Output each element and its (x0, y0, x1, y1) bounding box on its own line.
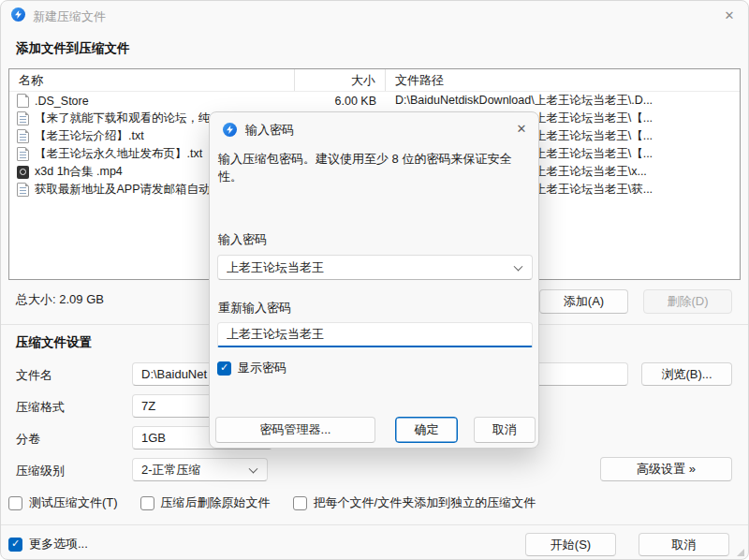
column-header-name[interactable]: 名称 (9, 69, 295, 91)
browse-button[interactable]: 浏览(B)... (641, 362, 732, 386)
enter-password-combo[interactable] (217, 255, 533, 280)
reenter-password-input[interactable] (217, 322, 533, 347)
app-logo-icon (11, 7, 25, 22)
cancel-button[interactable]: 取消 (639, 533, 729, 556)
text-file-icon (17, 129, 29, 143)
dialog-description: 输入压缩包密码。建议使用至少 8 位的密码来保证安全性。 (218, 151, 533, 186)
new-archive-window: 新建压缩文件 添加文件到压缩文件 名称 大小 文件路径 .DS_Store 6.… (0, 0, 749, 560)
close-icon[interactable] (511, 118, 532, 139)
file-name: .DS_Store (35, 95, 89, 108)
file-path: D:\BaiduNetdiskDownload\上老王论坛当老王\.D... (386, 93, 740, 109)
more-options-checkbox[interactable] (8, 538, 22, 552)
bottom-divider (1, 524, 748, 525)
enter-password-label: 输入密码 (218, 231, 267, 248)
advanced-settings-button[interactable]: 高级设置 » (600, 457, 732, 481)
text-file-icon (17, 183, 29, 197)
title-bar: 新建压缩文件 (1, 1, 748, 29)
separate-archives-checkbox[interactable] (293, 496, 307, 510)
level-select[interactable]: 2-正常压缩 (132, 458, 268, 481)
close-icon[interactable] (719, 5, 740, 25)
dialog-title: 输入密码 (245, 122, 294, 139)
add-button[interactable]: 添加(A) (539, 289, 628, 314)
text-file-icon (17, 147, 29, 161)
ok-button[interactable]: 确定 (395, 417, 458, 443)
separate-archives-label: 把每个文件/文件夹添加到独立的压缩文件 (314, 494, 536, 511)
resize-grip-icon[interactable] (737, 549, 744, 556)
options-checkbox-row: 测试压缩文件(T) 压缩后删除原始文件 把每个文件/文件夹添加到独立的压缩文件 (8, 494, 536, 511)
volume-label: 分卷 (16, 431, 40, 448)
text-file-icon (17, 111, 29, 125)
chevron-down-icon (249, 464, 258, 473)
password-dialog: 输入密码 输入压缩包密码。建议使用至少 8 位的密码来保证安全性。 输入密码 重… (209, 111, 539, 449)
show-password-checkbox[interactable] (217, 361, 231, 376)
window-title: 新建压缩文件 (33, 8, 106, 25)
archive-settings-heading: 压缩文件设置 (16, 334, 92, 351)
file-name: 【老王论坛永久地址发布页】.txt (35, 146, 202, 162)
show-password-row: 显示密码 (217, 360, 286, 376)
filename-label: 文件名 (16, 367, 52, 384)
more-options-row: 更多选项... (8, 536, 88, 553)
dialog-cancel-button[interactable]: 取消 (474, 417, 536, 443)
show-password-label: 显示密码 (238, 360, 286, 376)
total-size-label: 总大小: 2.09 GB (16, 291, 104, 308)
more-options-label: 更多选项... (29, 536, 88, 553)
delete-after-checkbox[interactable] (140, 496, 154, 510)
blank-file-icon (17, 94, 29, 108)
enter-password-input[interactable] (227, 260, 507, 274)
video-file-icon (17, 166, 29, 179)
level-label: 压缩级别 (16, 463, 65, 479)
password-manager-button[interactable]: 密码管理器... (215, 417, 375, 443)
file-name: 【老王论坛介绍】.txt (35, 128, 144, 144)
file-name: 获取最新地址及APP请发邮箱自动... (35, 182, 220, 198)
file-size: 6.00 KB (295, 95, 386, 108)
app-logo-icon (223, 123, 237, 137)
table-row[interactable]: .DS_Store 6.00 KB D:\BaiduNetdiskDownloa… (9, 92, 740, 110)
reenter-password-label: 重新输入密码 (218, 300, 291, 317)
add-files-heading: 添加文件到压缩文件 (16, 40, 130, 57)
file-table-header: 名称 大小 文件路径 (9, 69, 740, 92)
test-archive-label: 测试压缩文件(T) (29, 494, 118, 511)
file-name: 【来了就能下载和观看的论坛，纯... (35, 111, 220, 126)
volume-value: 1GB (141, 431, 166, 445)
test-archive-checkbox[interactable] (8, 496, 22, 510)
file-name: x3d 1h合集 .mp4 (35, 164, 123, 180)
column-header-size[interactable]: 大小 (295, 69, 386, 91)
format-label: 压缩格式 (16, 399, 65, 416)
chevron-down-icon (514, 261, 523, 271)
delete-after-label: 压缩后删除原始文件 (161, 494, 271, 511)
column-header-path[interactable]: 文件路径 (386, 69, 740, 91)
format-value: 7Z (141, 399, 155, 413)
start-button[interactable]: 开始(S) (525, 533, 616, 556)
level-value: 2-正常压缩 (141, 462, 201, 479)
delete-button[interactable]: 删除(D) (643, 289, 732, 314)
